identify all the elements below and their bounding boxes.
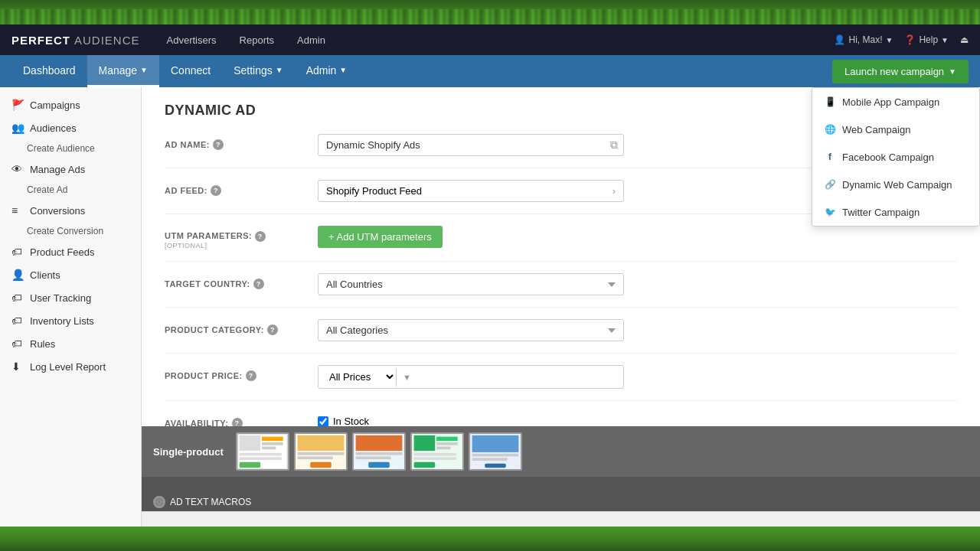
- price-dropdown-btn[interactable]: ▼: [396, 368, 417, 386]
- in-stock-checkbox[interactable]: [318, 416, 328, 427]
- add-utm-button[interactable]: + Add UTM parameters: [318, 226, 443, 248]
- sidebar-campaigns-label: Campaigns: [30, 99, 80, 111]
- copy-icon[interactable]: ⧉: [610, 139, 618, 152]
- ad-feed-control: Shopify Product Feed ›: [318, 180, 624, 202]
- dropdown-mobile-app-label: Mobile App Campaign: [842, 96, 939, 108]
- ad-text-macros[interactable]: AD TEXT MACROS: [153, 496, 251, 508]
- facebook-icon: f: [824, 151, 836, 163]
- product-price-select[interactable]: All Prices Under $25 $25–$50: [318, 366, 396, 388]
- help-menu[interactable]: ❓ Help ▼: [904, 34, 949, 45]
- exit-button[interactable]: ⏏: [960, 34, 969, 45]
- sidebar-create-conversion[interactable]: Create Conversion: [0, 222, 141, 240]
- sidebar-audiences-label: Audiences: [30, 122, 77, 134]
- nav-reports[interactable]: Reports: [236, 33, 279, 47]
- svg-rect-19: [413, 435, 435, 451]
- product-category-select[interactable]: All Categories Electronics Clothing: [318, 319, 624, 341]
- in-stock-item[interactable]: In Stock: [318, 416, 624, 427]
- svg-rect-17: [368, 462, 390, 468]
- launch-campaign-button[interactable]: Launch new campaign ▼: [832, 60, 969, 83]
- sidebar-item-clients[interactable]: 👤 Clients: [0, 263, 141, 286]
- sidebar-conversions-label: Conversions: [30, 205, 85, 217]
- grass-bottom: [0, 527, 980, 551]
- sidebar-item-campaigns[interactable]: 🚩 Campaigns: [0, 93, 141, 116]
- ad-name-input[interactable]: [318, 134, 624, 156]
- nav-dashboard[interactable]: Dashboard: [11, 55, 87, 87]
- launch-caret: ▼: [949, 67, 956, 76]
- target-country-label: TARGET COUNTRY: ?: [165, 273, 318, 289]
- svg-rect-3: [262, 442, 283, 445]
- svg-rect-24: [413, 457, 456, 460]
- nav-settings[interactable]: Settings ▼: [222, 55, 295, 87]
- sidebar-item-conversions[interactable]: ≡ Conversions: [0, 199, 141, 222]
- nav-advertisers[interactable]: Advertisers: [163, 33, 220, 47]
- target-country-help[interactable]: ?: [253, 279, 264, 289]
- utm-help[interactable]: ?: [255, 231, 266, 242]
- template-thumb-5[interactable]: [469, 432, 522, 471]
- campaigns-icon: 🚩: [11, 99, 24, 111]
- audiences-icon: 👥: [11, 122, 24, 134]
- sidebar-item-user-tracking[interactable]: 🏷 User Tracking: [0, 286, 141, 309]
- dropdown-twitter[interactable]: 🐦 Twitter Campaign: [812, 198, 979, 226]
- target-country-row: TARGET COUNTRY: ? All Countries United S…: [165, 273, 957, 308]
- svg-rect-21: [436, 442, 458, 445]
- svg-rect-25: [413, 462, 435, 468]
- sidebar-item-product-feeds[interactable]: 🏷 Product Feeds: [0, 240, 141, 263]
- sidebar-log-level-label: Log Level Report: [30, 361, 106, 373]
- dropdown-mobile-app[interactable]: 📱 Mobile App Campaign: [812, 88, 979, 116]
- dropdown-dynamic-label: Dynamic Web Campaign: [842, 179, 952, 191]
- sidebar-create-ad[interactable]: Create Ad: [0, 181, 141, 199]
- dropdown-twitter-label: Twitter Campaign: [842, 207, 920, 218]
- dropdown-web-campaign[interactable]: 🌐 Web Campaign: [812, 116, 979, 143]
- main-nav: Dashboard Manage ▼ Connect Settings ▼ Ad…: [0, 55, 980, 87]
- sidebar-item-rules[interactable]: 🏷 Rules: [0, 332, 141, 355]
- ad-name-help[interactable]: ?: [213, 139, 224, 150]
- target-country-select[interactable]: All Countries United States United Kingd…: [318, 273, 624, 295]
- dropdown-dynamic-web[interactable]: 🔗 Dynamic Web Campaign: [812, 171, 979, 198]
- template-thumb-4[interactable]: [410, 432, 464, 471]
- nav-connect[interactable]: Connect: [159, 55, 222, 87]
- template-thumbs: [236, 432, 522, 471]
- template-thumb-1[interactable]: [236, 432, 289, 471]
- top-nav-right: 👤 Hi, Max! ▼ ❓ Help ▼ ⏏: [834, 34, 969, 45]
- product-price-help[interactable]: ?: [246, 370, 256, 381]
- product-price-control: All Prices Under $25 $25–$50 ▼: [318, 365, 624, 389]
- sidebar-create-audience[interactable]: Create Audience: [0, 139, 141, 158]
- sidebar-rules-label: Rules: [30, 338, 55, 350]
- user-tracking-icon: 🏷: [11, 292, 24, 304]
- manage-ads-icon: 👁: [11, 163, 24, 175]
- exit-icon: ⏏: [960, 34, 969, 45]
- target-country-control: All Countries United States United Kingd…: [318, 273, 624, 295]
- sidebar-item-inventory-lists[interactable]: 🏷 Inventory Lists: [0, 309, 141, 332]
- manage-caret: ▼: [140, 66, 148, 74]
- nav-manage[interactable]: Manage ▼: [87, 55, 160, 87]
- logo-audience: AUDIENCE: [74, 34, 140, 47]
- sidebar-item-manage-ads[interactable]: 👁 Manage Ads: [0, 158, 141, 181]
- dynamic-web-icon: 🔗: [824, 178, 836, 191]
- nav-admin-label: Admin: [306, 64, 337, 77]
- sidebar-item-audiences[interactable]: 👥 Audiences: [0, 116, 141, 139]
- product-category-row: PRODUCT CATEGORY: ? All Categories Elect…: [165, 319, 957, 354]
- product-category-help[interactable]: ?: [267, 324, 278, 335]
- user-label: Hi, Max!: [848, 34, 882, 45]
- utm-row: UTM PARAMETERS: ? [OPTIONAL] + Add UTM p…: [165, 226, 957, 262]
- template-thumb-2[interactable]: [294, 432, 348, 471]
- clients-icon: 👤: [11, 269, 24, 281]
- user-menu[interactable]: 👤 Hi, Max! ▼: [834, 34, 893, 45]
- dropdown-facebook-campaign[interactable]: f Facebook Campaign: [812, 143, 979, 171]
- sidebar-item-log-level[interactable]: ⬇ Log Level Report: [0, 355, 141, 378]
- svg-rect-5: [239, 453, 281, 456]
- top-nav: PERFECT AUDIENCE Advertisers Reports Adm…: [0, 24, 980, 55]
- nav-admin[interactable]: Admin ▼: [295, 55, 359, 87]
- svg-rect-1: [239, 435, 260, 451]
- nav-admin[interactable]: Admin: [293, 33, 329, 47]
- product-price-label: PRODUCT PRICE: ?: [165, 365, 318, 381]
- ad-feed-help[interactable]: ?: [211, 185, 221, 196]
- svg-rect-2: [262, 437, 283, 442]
- utm-label: UTM PARAMETERS: ? [OPTIONAL]: [165, 226, 318, 249]
- template-section: Single-product: [142, 426, 980, 477]
- svg-rect-16: [355, 456, 390, 459]
- sidebar-product-feeds-label: Product Feeds: [30, 246, 95, 258]
- ad-feed-select[interactable]: Shopify Product Feed ›: [318, 180, 624, 202]
- template-thumb-3[interactable]: [352, 432, 406, 471]
- product-price-row: PRODUCT PRICE: ? All Prices Under $25 $2…: [165, 365, 957, 401]
